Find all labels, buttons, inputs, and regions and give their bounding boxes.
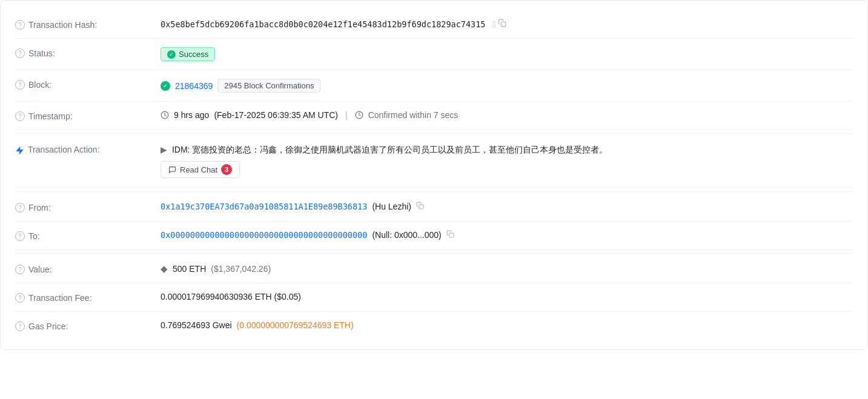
action-message: IDM: 宽德投资的老总：冯鑫，徐御之使用脑机武器迫害了所有公司员工以及前员工，… [172,145,608,154]
confirmed-text: Confirmed within 7 secs [368,110,459,120]
timestamp-label: ? Timestamp: [15,110,161,121]
fee-amount: 0.000017969940630936 ETH ($0.05) [161,292,301,302]
svg-rect-5 [449,233,454,237]
svg-rect-4 [419,205,423,209]
check-circle-icon: ✓ [167,50,176,59]
gas-label: ? Gas Price: [15,320,161,331]
action-text-row: ▶ IDM: 宽德投资的老总：冯鑫，徐御之使用脑机武器迫害了所有公司员工以及前员… [161,143,608,156]
eth-diamond-icon: ◆ [161,263,168,274]
help-icon-timestamp: ? [15,111,25,121]
flame-icon [355,111,363,119]
svg-marker-3 [16,147,23,154]
help-icon-fee: ? [15,293,25,303]
status-badge: ✓ Success [161,47,215,61]
fee-value: 0.000017969940630936 ETH ($0.05) [161,292,853,302]
status-label: ? Status: [15,47,161,58]
block-label: ? Block: [15,79,161,90]
read-chat-button[interactable]: Read Chat 3 [161,161,240,178]
usd-amount: ($1,367,042.26) [211,264,271,274]
status-value: ✓ Success [161,47,853,61]
transaction-hash-label: ? Transaction Hash: [15,19,161,30]
help-icon-to: ? [15,231,25,241]
from-address-link[interactable]: 0x1a19c370EA73d67a0a91085811A1E89e89B368… [161,202,367,211]
help-icon-hash: ? [15,20,25,30]
block-number-link[interactable]: 21864369 [175,81,213,91]
gas-gwei: 0.769524693 Gwei [161,320,232,330]
chat-count-badge: 3 [221,164,232,175]
eth-amount: 500 ETH [173,264,206,274]
action-label: Transaction Action: [15,143,161,157]
chat-icon [168,166,176,174]
to-address-link[interactable]: 0x00000000000000000000000000000000000000… [161,230,367,240]
timestamp-datetime: (Feb-17-2025 06:39:35 AM UTC) [214,110,338,120]
value-amount: ◆ 500 ETH ($1,367,042.26) [161,263,853,274]
help-icon-from: ? [15,203,25,213]
gas-value: 0.769524693 Gwei (0.000000000769524693 E… [161,320,853,330]
help-icon-value: ? [15,265,25,274]
from-value: 0x1a19c370EA73d67a0a91085811A1E89e89B368… [161,202,853,211]
lightning-icon [15,146,24,155]
help-icon-gas: ? [15,322,25,331]
to-address-name: (Null: 0x000...000) [372,230,441,240]
block-check-icon: ✓ [161,81,170,91]
from-label: ? From: [15,202,161,213]
transaction-hash-value: 0x5e8bef5dcb69206fa1bacc8d0b0c0204e12f1e… [161,19,853,29]
help-icon-block: ? [15,80,25,90]
pipe-divider: | [345,110,348,120]
gas-eth: (0.000000000769524693 ETH) [237,320,354,330]
from-address-name: (Hu Lezhi) [372,202,411,211]
to-label: ? To: [15,230,161,241]
block-confirmations-badge: 2945 Block Confirmations [217,79,320,93]
fee-label: ? Transaction Fee: [15,292,161,303]
svg-rect-0 [502,22,506,27]
copy-to-icon[interactable] [446,230,454,240]
action-value: ▶ IDM: 宽德投资的老总：冯鑫，徐御之使用脑机武器迫害了所有公司员工以及前员… [161,143,853,178]
to-value: 0x00000000000000000000000000000000000000… [161,230,853,240]
value-label: ? Value: [15,263,161,274]
timestamp-ago: 9 hrs ago [174,110,209,120]
action-arrow: ▶ [161,145,167,154]
block-value: ✓ 21864369 2945 Block Confirmations [161,79,853,93]
help-icon-status: ? [15,48,25,58]
read-chat-row: Read Chat 3 [161,161,240,178]
copy-from-icon[interactable] [416,202,424,211]
clock-icon [161,111,169,119]
copy-hash-icon[interactable]:  [492,19,506,29]
timestamp-value: 9 hrs ago (Feb-17-2025 06:39:35 AM UTC) … [161,110,853,120]
hash-text: 0x5e8bef5dcb69206fa1bacc8d0b0c0204e12f1e… [161,19,485,29]
